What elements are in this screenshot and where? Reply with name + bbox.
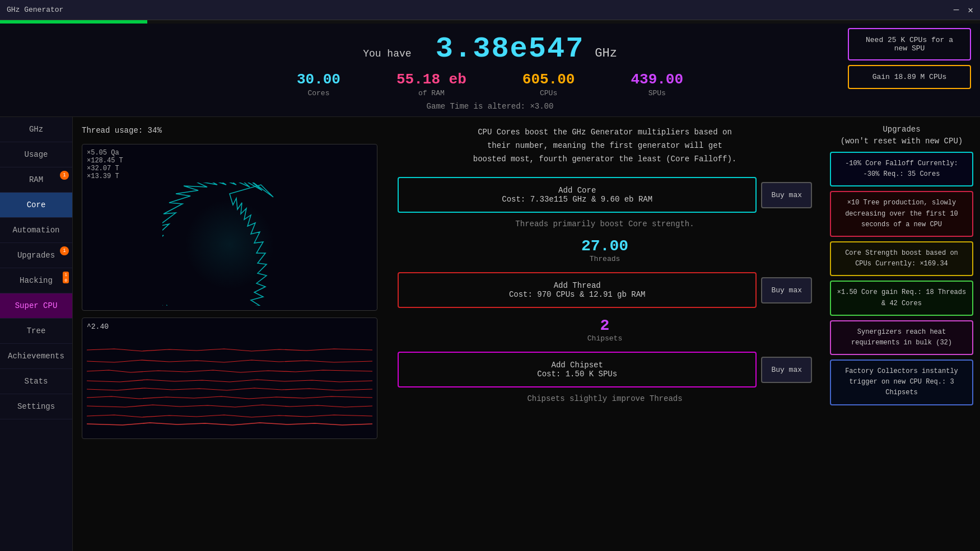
cpu-circle-svg	[162, 183, 297, 306]
center-panel: CPU Cores boost the GHz Generator multip…	[386, 117, 823, 551]
chart1-labels: ×5.05 Qa ×128.45 T ×32.07 T ×13.39 T	[87, 149, 372, 180]
chipsets-note: Chipsets slightly improve Threads	[398, 394, 812, 403]
cpu-circle-container	[87, 183, 372, 306]
add-chipset-cost: Cost: 1.50 K SPUs	[405, 370, 749, 379]
minimize-button[interactable]: —	[954, 5, 959, 15]
add-core-row: Add Core Cost: 7.33e115 GHz & 9.60 eb RA…	[398, 177, 812, 213]
threads-value: 27.00	[398, 237, 812, 255]
stats-row: 30.00 Cores 55.18 eb of RAM 605.00 CPUs …	[11, 71, 969, 97]
spus-stat: 439.00 SPUs	[631, 71, 683, 97]
add-chipset-button[interactable]: Add Chipset Cost: 1.50 K SPUs	[398, 352, 757, 387]
sidebar-item-usage[interactable]: Usage	[0, 142, 72, 167]
sidebar-item-core[interactable]: Core	[0, 193, 72, 218]
chipsets-stat: 2 Chipsets	[398, 317, 812, 343]
cpus-label: CPUs	[522, 89, 575, 97]
upgrade-card-core-gain[interactable]: ×1.50 Core gain Req.: 18 Threads & 42 Co…	[830, 281, 973, 315]
cores-value: 30.00	[297, 71, 340, 88]
left-panel: Thread usage: 34% ×5.05 Qa ×128.45 T ×32…	[73, 117, 386, 551]
svg-point-0	[185, 199, 274, 289]
waveform-chart-box: ^2.40	[82, 317, 377, 439]
waveform-svg	[87, 333, 372, 434]
upgrades-badge: 1	[60, 246, 69, 255]
add-thread-row: Add Thread Cost: 970 CPUs & 12.91 gb RAM…	[398, 272, 812, 308]
cpus-value: 605.00	[522, 71, 575, 88]
sidebar-item-achievements[interactable]: Achievements	[0, 344, 72, 369]
sidebar-item-stats[interactable]: Stats	[0, 369, 72, 394]
upgrades-panel: Upgrades (won't reset with new CPU) -10%…	[823, 117, 980, 551]
core-description: CPU Cores boost the GHz Generator multip…	[398, 126, 812, 166]
chipsets-label: Chipsets	[398, 334, 812, 343]
threads-label: Threads	[398, 255, 812, 263]
thread-usage-label: Thread usage: 34%	[82, 126, 377, 135]
sidebar-item-supercpu[interactable]: Super CPU	[0, 293, 72, 319]
chipsets-value: 2	[398, 317, 812, 334]
stats-bar: You have 3.38e547 GHz 30.00 Cores 55.18 …	[0, 24, 980, 117]
title-bar: GHz Generator — ✕	[0, 0, 980, 20]
main-layout: GHz Usage RAM 1 Core Automation Upgrades…	[0, 117, 980, 551]
upgrade-card-core-strength[interactable]: Core Strength boost based on CPUs Curren…	[830, 241, 973, 276]
add-core-label: Add Core	[405, 186, 749, 195]
ram-label: of RAM	[396, 89, 466, 97]
ram-value: 55.18 eb	[396, 71, 466, 88]
sidebar-item-tree[interactable]: Tree	[0, 319, 72, 344]
content-area: Thread usage: 34% ×5.05 Qa ×128.45 T ×32…	[73, 117, 980, 551]
sidebar-item-settings[interactable]: Settings	[0, 394, 72, 419]
add-chipset-row: Add Chipset Cost: 1.50 K SPUs Buy max	[398, 352, 812, 387]
buy-max-thread-button[interactable]: Buy max	[761, 277, 812, 303]
upgrade-card-core-falloff[interactable]: -10% Core Falloff Currently: -30% Req.: …	[830, 152, 973, 186]
upgrade-card-synergizers[interactable]: Synergizers reach heat requirements in b…	[830, 320, 973, 355]
ghz-value: 3.38e547	[436, 32, 585, 66]
sidebar-item-upgrades[interactable]: Upgrades 1	[0, 243, 72, 268]
add-thread-button[interactable]: Add Thread Cost: 970 CPUs & 12.91 gb RAM	[398, 272, 757, 308]
gain-cpus-button[interactable]: Gain 18.89 M CPUs	[848, 65, 971, 89]
you-have-label: You have	[363, 48, 411, 59]
add-chipset-label: Add Chipset	[405, 361, 749, 370]
hacking-badge: 10	[63, 272, 69, 283]
upgrade-card-factory-collectors[interactable]: Factory Collectors instantly trigger on …	[830, 359, 973, 405]
cpus-stat: 605.00 CPUs	[522, 71, 575, 97]
cores-stat: 30.00 Cores	[297, 71, 340, 97]
ram-stat: 55.18 eb of RAM	[396, 71, 466, 97]
ghz-unit: GHz	[595, 46, 617, 60]
upgrades-header: Upgrades (won't reset with new CPU)	[830, 124, 973, 147]
add-thread-label: Add Thread	[405, 281, 749, 290]
buy-max-chipset-button[interactable]: Buy max	[761, 357, 812, 383]
sidebar-item-ram[interactable]: RAM 1	[0, 167, 72, 193]
buy-max-core-button[interactable]: Buy max	[761, 182, 812, 208]
threads-stat: 27.00 Threads	[398, 237, 812, 263]
add-core-cost: Cost: 7.33e115 GHz & 9.60 eb RAM	[405, 195, 749, 204]
window-controls: — ✕	[954, 4, 973, 16]
middle-content: Thread usage: 34% ×5.05 Qa ×128.45 T ×32…	[73, 117, 980, 551]
add-core-button[interactable]: Add Core Cost: 7.33e115 GHz & 9.60 eb RA…	[398, 177, 757, 213]
ram-badge: 1	[60, 171, 69, 180]
upgrade-card-tree-production[interactable]: ×10 Tree production, slowly decreasing o…	[830, 191, 973, 237]
chart2-label: ^2.40	[87, 323, 372, 331]
threads-boost-text: Threads primarily boost Core strength.	[398, 220, 812, 228]
top-right-buttons: Need 25 K CPUs for a new SPU Gain 18.89 …	[848, 28, 971, 89]
sidebar-item-automation[interactable]: Automation	[0, 218, 72, 243]
game-time: Game Time is altered: ×3.00	[11, 102, 969, 111]
spus-label: SPUs	[631, 89, 683, 97]
add-thread-cost: Cost: 970 CPUs & 12.91 gb RAM	[405, 290, 749, 299]
sidebar-item-hacking[interactable]: Hacking 10	[0, 268, 72, 293]
sidebar-item-ghz[interactable]: GHz	[0, 117, 72, 142]
app-title: GHz Generator	[7, 6, 63, 14]
spus-value: 439.00	[631, 71, 683, 88]
sidebar: GHz Usage RAM 1 Core Automation Upgrades…	[0, 117, 73, 551]
need-spus-button[interactable]: Need 25 K CPUs for a new SPU	[848, 28, 971, 60]
cores-label: Cores	[297, 89, 340, 97]
close-button[interactable]: ✕	[968, 4, 973, 16]
waveform-canvas	[87, 333, 372, 434]
cpu-chart-box: ×5.05 Qa ×128.45 T ×32.07 T ×13.39 T	[82, 144, 377, 311]
